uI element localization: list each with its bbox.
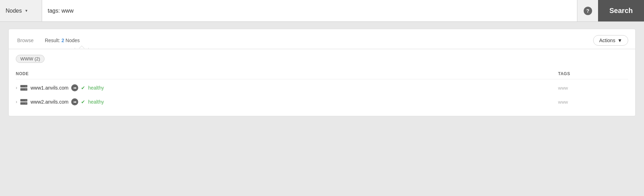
result-panel: Browse Result: 2 Nodes Actions ▼ WWW (2)… (8, 29, 636, 116)
node-tags: www (558, 99, 628, 105)
server-icon (20, 85, 28, 91)
main-content: Browse Result: 2 Nodes Actions ▼ WWW (2)… (0, 22, 644, 123)
status-arrow-icon: ➡ (71, 98, 78, 105)
table-row: › www1.anvils.com ➡ ✔ healthy www (16, 81, 628, 95)
actions-button[interactable]: Actions ▼ (593, 35, 628, 46)
node-row-left: › www2.anvils.com ➡ ✔ healthy (16, 98, 558, 105)
healthy-status: healthy (88, 85, 104, 91)
expand-row-icon[interactable]: › (16, 99, 17, 104)
actions-label: Actions (599, 38, 615, 43)
tab-indicator (75, 48, 89, 49)
svg-point-6 (26, 100, 26, 101)
chevron-down-icon: ▼ (25, 9, 28, 13)
status-arrow-icon: ➡ (71, 84, 78, 91)
healthy-status: healthy (88, 99, 104, 105)
help-button[interactable]: ? (577, 0, 598, 21)
node-row-left: › www1.anvils.com ➡ ✔ healthy (16, 84, 558, 91)
check-icon: ✔ (81, 99, 85, 105)
svg-point-7 (26, 103, 26, 104)
table-header: NODE TAGS (16, 68, 628, 79)
svg-point-3 (26, 89, 26, 90)
tab-browse[interactable]: Browse (16, 35, 39, 49)
search-input-wrapper (42, 0, 577, 21)
nodes-label: Nodes (6, 8, 22, 14)
table-row: › www2.anvils.com ➡ ✔ healthy www (16, 95, 628, 109)
column-node-header: NODE (16, 71, 558, 76)
help-icon: ? (584, 7, 592, 15)
group-badge: WWW (2) (16, 55, 45, 63)
check-icon: ✔ (81, 85, 85, 91)
node-tags: www (558, 85, 628, 91)
node-name[interactable]: www1.anvils.com (31, 85, 68, 91)
nodes-dropdown[interactable]: Nodes ▼ (0, 0, 42, 21)
actions-chevron-icon: ▼ (617, 38, 622, 43)
tab-browse-label: Browse (17, 38, 34, 43)
search-bar: Nodes ▼ ? Search (0, 0, 644, 22)
result-body: WWW (2) NODE TAGS › (9, 49, 635, 116)
search-input[interactable] (48, 8, 571, 14)
tabs-header: Browse Result: 2 Nodes Actions ▼ (9, 29, 635, 49)
server-icon (20, 99, 28, 105)
expand-row-icon[interactable]: › (16, 85, 17, 90)
column-tags-header: TAGS (558, 71, 628, 76)
tab-result-label: Result: 2 Nodes (45, 38, 80, 43)
svg-point-2 (26, 86, 26, 87)
tab-result-count: 2 (61, 38, 64, 43)
search-button[interactable]: Search (598, 0, 644, 21)
node-name[interactable]: www2.anvils.com (31, 99, 68, 105)
